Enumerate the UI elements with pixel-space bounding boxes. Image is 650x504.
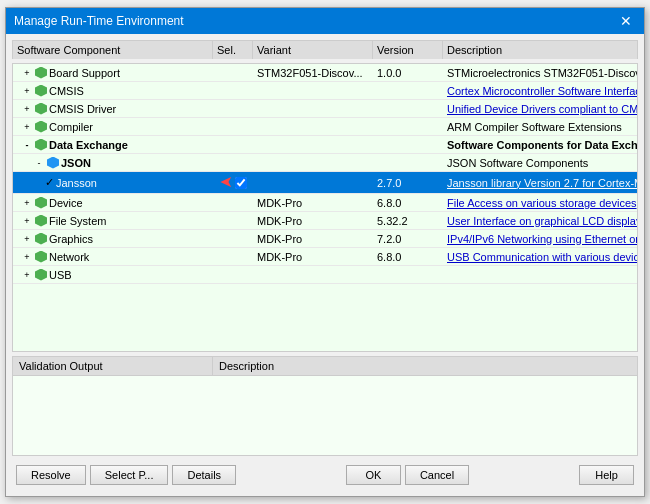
row-variant-jansson: [253, 182, 373, 184]
expand-icon[interactable]: +: [21, 215, 33, 227]
window-body: Software Component Sel. Variant Version …: [6, 34, 644, 496]
row-name: + Board Support: [13, 66, 213, 80]
row-sel: [213, 256, 253, 258]
row-sel: [213, 274, 253, 276]
expand-icon[interactable]: +: [21, 269, 33, 281]
checkmark-icon: ✓: [45, 176, 54, 189]
component-icon: [35, 121, 47, 133]
row-description: JSON Software Components: [443, 156, 637, 170]
row-variant: [253, 162, 373, 164]
row-sel-jansson[interactable]: ➤: [213, 172, 253, 193]
row-description-jansson: Jansson library Version 2.7 for Cortex-M…: [443, 176, 637, 190]
expand-icon[interactable]: +: [21, 85, 33, 97]
row-variant: STM32F051-Discov...: [253, 66, 373, 80]
close-button[interactable]: ✕: [616, 13, 636, 29]
row-variant: MDK-Pro: [253, 196, 373, 210]
table-row: + Compiler ARM Compiler Software Extensi…: [13, 118, 637, 136]
table-row: + USB: [13, 266, 637, 284]
row-description: USB Communication with various device cl…: [443, 250, 637, 264]
row-variant: [253, 144, 373, 146]
row-version: 5.32.2: [373, 214, 443, 228]
row-sel: [213, 202, 253, 204]
details-button[interactable]: Details: [172, 465, 236, 485]
cancel-button[interactable]: Cancel: [405, 465, 469, 485]
help-button[interactable]: Help: [579, 465, 634, 485]
row-version: [373, 274, 443, 276]
arrow-icon: ➤: [220, 173, 233, 192]
row-version-jansson: 2.7.0: [373, 176, 443, 190]
row-name: + Graphics: [13, 232, 213, 246]
jansson-checkbox[interactable]: [235, 177, 247, 189]
validation-headers: Validation Output Description: [13, 357, 637, 376]
row-sel: [213, 238, 253, 240]
resolve-button[interactable]: Resolve: [16, 465, 86, 485]
row-sel: [213, 108, 253, 110]
row-version: [373, 144, 443, 146]
row-version: 6.8.0: [373, 196, 443, 210]
expand-icon[interactable]: +: [21, 121, 33, 133]
row-description: ARM Compiler Software Extensions: [443, 120, 637, 134]
component-icon: [35, 139, 47, 151]
col-software-component: Software Component: [13, 41, 213, 59]
row-version: 1.0.0: [373, 66, 443, 80]
row-name: - JSON: [13, 156, 213, 170]
row-variant: [253, 274, 373, 276]
row-sel: [213, 72, 253, 74]
row-name-jansson: ✓ Jansson: [13, 175, 213, 190]
row-description: File Access on various storage devices: [443, 196, 637, 210]
manage-runtime-window: Manage Run-Time Environment ✕ Software C…: [5, 7, 645, 497]
row-name: + Device: [13, 196, 213, 210]
row-variant: [253, 126, 373, 128]
row-sel: [213, 162, 253, 164]
row-variant: MDK-Pro: [253, 250, 373, 264]
component-icon: [35, 269, 47, 281]
bottom-bar: Resolve Select P... Details OK Cancel He…: [12, 460, 638, 490]
row-variant: MDK-Pro: [253, 232, 373, 246]
ok-button[interactable]: OK: [346, 465, 401, 485]
validation-body: [13, 376, 637, 455]
software-component-table[interactable]: + Board Support STM32F051-Discov... 1.0.…: [12, 63, 638, 352]
row-variant: [253, 108, 373, 110]
expand-icon[interactable]: +: [21, 67, 33, 79]
table-row: + Network MDK-Pro 6.8.0 USB Communicatio…: [13, 248, 637, 266]
expand-icon[interactable]: -: [21, 139, 33, 151]
table-row: - Data Exchange Software Components for …: [13, 136, 637, 154]
row-description: Cortex Microcontroller Software Interfac…: [443, 84, 637, 98]
expand-icon[interactable]: +: [21, 103, 33, 115]
table-row-jansson[interactable]: ✓ Jansson ➤ 2.7.0 Jansson library Versio…: [13, 172, 637, 194]
table-row: + CMSIS Driver Unified Device Drivers co…: [13, 100, 637, 118]
column-headers: Software Component Sel. Variant Version …: [12, 40, 638, 59]
select-p-button[interactable]: Select P...: [90, 465, 169, 485]
component-icon: [35, 215, 47, 227]
row-version: 6.8.0: [373, 250, 443, 264]
row-version: [373, 162, 443, 164]
table-row: + Board Support STM32F051-Discov... 1.0.…: [13, 64, 637, 82]
row-name: - Data Exchange: [13, 138, 213, 152]
row-variant: [253, 90, 373, 92]
expand-icon[interactable]: +: [21, 197, 33, 209]
row-description: [443, 274, 637, 276]
row-name: + CMSIS Driver: [13, 102, 213, 116]
expand-icon[interactable]: +: [21, 233, 33, 245]
table-row: + File System MDK-Pro 5.32.2 User Interf…: [13, 212, 637, 230]
row-sel: [213, 126, 253, 128]
component-icon: [35, 197, 47, 209]
component-icon: [35, 67, 47, 79]
bottom-left-buttons: Resolve Select P... Details: [16, 465, 236, 485]
row-description: User Interface on graphical LCD displays: [443, 214, 637, 228]
row-name: + Network: [13, 250, 213, 264]
bottom-center-buttons: OK Cancel: [346, 465, 469, 485]
row-version: [373, 90, 443, 92]
row-version: [373, 126, 443, 128]
row-description: Software Components for Data Exchange: [443, 138, 637, 152]
component-icon: [35, 251, 47, 263]
table-row: + Device MDK-Pro 6.8.0 File Access on va…: [13, 194, 637, 212]
title-bar: Manage Run-Time Environment ✕: [6, 8, 644, 34]
col-variant: Variant: [253, 41, 373, 59]
row-description: Unified Device Drivers compliant to CMSI…: [443, 102, 637, 116]
expand-icon[interactable]: -: [33, 157, 45, 169]
expand-icon[interactable]: +: [21, 251, 33, 263]
component-icon: [35, 233, 47, 245]
row-name: + Compiler: [13, 120, 213, 134]
component-icon: [35, 85, 47, 97]
